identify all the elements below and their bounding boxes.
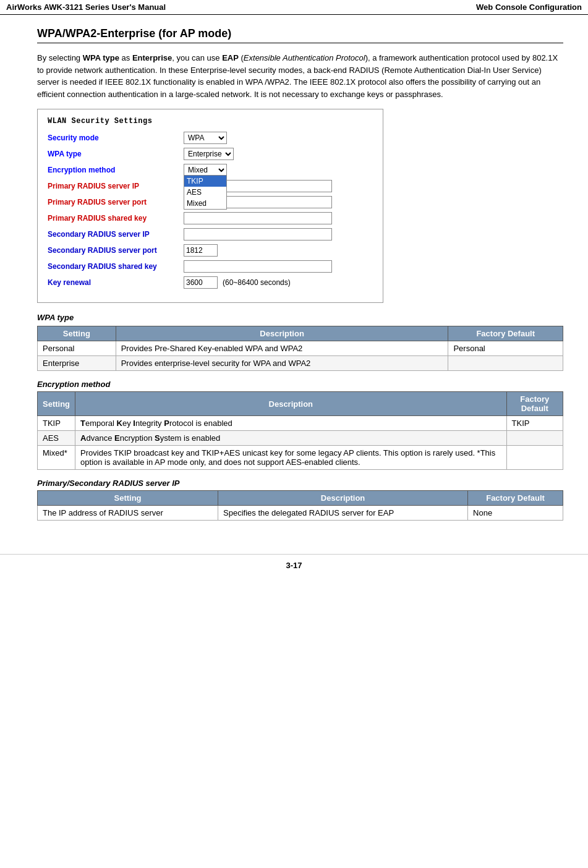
secondary-radius-ip-input[interactable] — [184, 228, 332, 240]
wpa-personal-desc: Provides Pre-Shared Key-enabled WPA and … — [116, 341, 448, 356]
wpa-type-control: Enterprise — [184, 148, 234, 160]
enc-col-description: Description — [75, 392, 506, 416]
secondary-radius-ip-control — [184, 228, 332, 240]
enc-mixed-default — [506, 446, 563, 470]
security-mode-label: Security mode — [48, 134, 184, 142]
secondary-radius-port-label: Secondary RADIUS server port — [48, 246, 184, 255]
encryption-dropdown-list: TKIP AES Mixed — [184, 175, 227, 210]
main-content: WPA/WPA2-Enterprise (for AP mode) By sel… — [0, 15, 588, 542]
table-row: AES Advance Encryption System is enabled — [38, 431, 563, 446]
encryption-method-label: Encryption method — [48, 166, 184, 174]
radius-ip-desc: Specifies the delegated RADIUS server fo… — [218, 506, 468, 521]
enc-mixed-desc: Provides TKIP broadcast key and TKIP+AES… — [75, 446, 506, 470]
wpa-type-section-label: WPA type — [37, 313, 563, 322]
security-mode-select[interactable]: WPA — [184, 132, 227, 144]
wpa-enterprise-desc: Provides enterprise-level security for W… — [116, 356, 448, 371]
security-mode-control: WPA — [184, 132, 227, 144]
key-renewal-input[interactable] — [184, 276, 218, 289]
secondary-radius-port-input[interactable] — [184, 244, 218, 257]
encryption-method-control: Mixed TKIP AES Mixed — [184, 164, 227, 176]
radius-ip-setting: The IP address of RADIUS server — [38, 506, 218, 521]
wpa-personal-default: Personal — [448, 341, 563, 356]
radius-ip-table: Setting Description Factory Default The … — [37, 490, 563, 521]
enc-tkip-setting: TKIP — [38, 416, 75, 431]
radius-col-setting: Setting — [38, 491, 218, 506]
primary-radius-key-row: Primary RADIUS shared key — [48, 212, 373, 224]
manual-title: AirWorks AWK-3121 Series User's Manual — [6, 2, 166, 12]
enc-tkip-default: TKIP — [506, 416, 563, 431]
enc-tkip-desc: Temporal Key Integrity Protocol is enabl… — [75, 416, 506, 431]
table-row: Enterprise Provides enterprise-level sec… — [38, 356, 563, 371]
secondary-radius-key-row: Secondary RADIUS shared key — [48, 260, 373, 273]
wlan-box-title: WLAN Security Settings — [48, 117, 373, 126]
section-heading: WPA/WPA2-Enterprise (for AP mode) — [37, 27, 563, 43]
page-footer: 3-17 — [0, 554, 588, 576]
wpa-type-col-description: Description — [116, 326, 448, 341]
table-row: Mixed* Provides TKIP broadcast key and T… — [38, 446, 563, 470]
radius-ip-section-label: Primary/Secondary RADIUS server IP — [37, 479, 563, 488]
section-title: Web Console Configuration — [476, 2, 582, 12]
wpa-type-row: WPA type Enterprise — [48, 148, 373, 160]
table-row: The IP address of RADIUS server Specifie… — [38, 506, 563, 521]
wpa-personal-setting: Personal — [38, 341, 116, 356]
key-renewal-hint: (60~86400 seconds) — [223, 278, 291, 287]
wpa-type-col-default: Factory Default — [448, 326, 563, 341]
enc-aes-desc: Advance Encryption System is enabled — [75, 431, 506, 446]
body-text: By selecting WPA type as Enterprise, you… — [37, 52, 563, 100]
secondary-radius-key-control — [184, 260, 332, 273]
enc-aes-default — [506, 431, 563, 446]
encryption-section-label: Encryption method — [37, 380, 563, 389]
security-mode-row: Security mode WPA — [48, 132, 373, 144]
encryption-method-select[interactable]: Mixed — [184, 164, 227, 176]
page-number: 3-17 — [286, 561, 302, 570]
wpa-enterprise-setting: Enterprise — [38, 356, 116, 371]
enc-aes-setting: AES — [38, 431, 75, 446]
primary-radius-key-input[interactable] — [184, 212, 332, 224]
secondary-radius-ip-row: Secondary RADIUS server IP — [48, 228, 373, 240]
secondary-radius-key-input[interactable] — [184, 260, 332, 273]
encryption-method-row: Encryption method Mixed TKIP AES Mixed — [48, 164, 373, 176]
primary-radius-key-control — [184, 212, 332, 224]
wpa-type-col-setting: Setting — [38, 326, 116, 341]
enc-mixed-setting: Mixed* — [38, 446, 75, 470]
wlan-settings-box: WLAN Security Settings Security mode WPA… — [37, 109, 383, 303]
secondary-radius-ip-label: Secondary RADIUS server IP — [48, 230, 184, 239]
primary-radius-key-label: Primary RADIUS shared key — [48, 214, 184, 223]
radius-ip-default: None — [468, 506, 563, 521]
page-header: AirWorks AWK-3121 Series User's Manual W… — [0, 0, 588, 15]
wpa-enterprise-default — [448, 356, 563, 371]
wpa-type-label: WPA type — [48, 150, 184, 158]
encryption-dropdown-container: Mixed TKIP AES Mixed — [184, 164, 227, 176]
key-renewal-control: (60~86400 seconds) — [184, 276, 291, 289]
enc-col-setting: Setting — [38, 392, 75, 416]
wpa-type-table: Setting Description Factory Default Pers… — [37, 326, 563, 371]
table-row: Personal Provides Pre-Shared Key-enabled… — [38, 341, 563, 356]
dropdown-item-tkip[interactable]: TKIP — [184, 176, 226, 187]
table-row: TKIP Temporal Key Integrity Protocol is … — [38, 416, 563, 431]
dropdown-item-mixed[interactable]: Mixed — [184, 198, 226, 209]
key-renewal-row: Key renewal (60~86400 seconds) — [48, 276, 373, 289]
enc-col-default: Factory Default — [506, 392, 563, 416]
secondary-radius-port-control — [184, 244, 218, 257]
secondary-radius-port-row: Secondary RADIUS server port — [48, 244, 373, 257]
key-renewal-label: Key renewal — [48, 278, 184, 287]
encryption-table: Setting Description Factory Default TKIP… — [37, 391, 563, 470]
radius-col-description: Description — [218, 491, 468, 506]
secondary-radius-key-label: Secondary RADIUS shared key — [48, 262, 184, 271]
dropdown-item-aes[interactable]: AES — [184, 187, 226, 198]
primary-radius-ip-label: Primary RADIUS server IP — [48, 182, 184, 190]
wpa-type-select[interactable]: Enterprise — [184, 148, 234, 160]
primary-radius-port-label: Primary RADIUS server port — [48, 198, 184, 206]
radius-col-default: Factory Default — [468, 491, 563, 506]
